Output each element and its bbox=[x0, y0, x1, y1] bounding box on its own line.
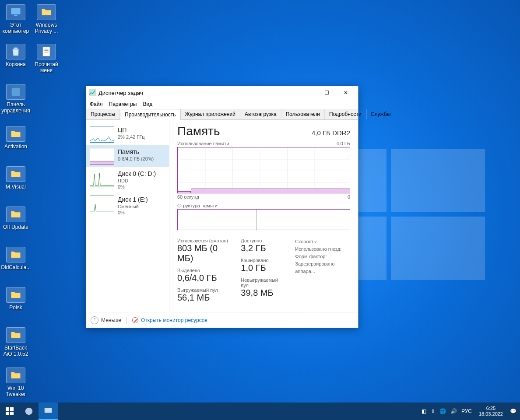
desktop-icon-win10tweaker[interactable]: Win 10 Tweaker bbox=[0, 368, 32, 397]
detail-speed: Скорость: bbox=[295, 238, 350, 245]
maximize-button[interactable]: ☐ bbox=[317, 86, 336, 99]
tab-apphistory[interactable]: Журнал приложений bbox=[181, 109, 240, 119]
rmon-label: Открыть монитор ресурсов bbox=[141, 317, 207, 323]
sidebar-disk1-sub1: Сменный bbox=[118, 203, 148, 210]
content-area: ЦП 2% 2,42 ГГц Память 0,8/4,0 ГБ (20%) bbox=[86, 120, 358, 312]
sidebar-disk0-sub2: 0% bbox=[118, 184, 156, 190]
stat-committed-value: 0,6/4,0 ГБ bbox=[177, 273, 230, 283]
axis-left: 60 секунд bbox=[177, 194, 199, 200]
svg-point-14 bbox=[25, 408, 33, 415]
stat-avail-label: Доступно bbox=[241, 238, 285, 243]
sidebar-item-disk0[interactable]: Диск 0 (C: D:) HDD 0% bbox=[86, 167, 169, 193]
text-file-icon bbox=[37, 44, 56, 60]
window-footer: ˄ Меньше Открыть монитор ресурсов bbox=[86, 312, 358, 328]
open-resource-monitor-link[interactable]: Открыть монитор ресурсов bbox=[132, 317, 207, 323]
axis-right: 0 bbox=[348, 194, 350, 200]
stat-cached-value: 1,0 ГБ bbox=[241, 263, 285, 273]
sidebar-memory-title: Память bbox=[118, 148, 154, 156]
cpu-thumb bbox=[90, 126, 114, 143]
desktop-icon-offupdate[interactable]: Off Update bbox=[0, 206, 32, 230]
taskbar-app-taskmgr[interactable] bbox=[39, 402, 58, 420]
sidebar-item-cpu[interactable]: ЦП 2% 2,42 ГГц bbox=[86, 123, 169, 145]
usage-label: Использование памяти bbox=[177, 141, 229, 146]
stat-paged-value: 56,1 МБ bbox=[177, 293, 230, 303]
svg-rect-1 bbox=[14, 15, 18, 16]
minimize-button[interactable]: — bbox=[298, 86, 317, 99]
svg-rect-2 bbox=[12, 88, 20, 96]
desktop-icon-readme[interactable]: Прочитай меня bbox=[31, 44, 62, 74]
desktop-icon-activation[interactable]: Activation bbox=[0, 126, 32, 150]
svg-rect-10 bbox=[6, 407, 9, 411]
stat-used-value: 803 МБ (0 МБ) bbox=[177, 243, 230, 263]
svg-rect-13 bbox=[10, 412, 14, 415]
tab-details[interactable]: Подробности bbox=[325, 109, 366, 119]
menu-view[interactable]: Вид bbox=[143, 101, 152, 107]
detail-reserved: Зарезервировано аппара... bbox=[295, 260, 350, 275]
folder-icon bbox=[6, 166, 25, 182]
sidebar-item-memory[interactable]: Память 0,8/4,0 ГБ (20%) bbox=[86, 145, 169, 167]
svg-rect-15 bbox=[45, 408, 52, 413]
tab-startup[interactable]: Автозагрузка bbox=[240, 109, 281, 119]
disk1-thumb bbox=[90, 196, 114, 212]
tray-language[interactable]: РУС bbox=[461, 408, 472, 414]
taskbar-app-1[interactable] bbox=[19, 402, 39, 420]
icon-label: Корзина bbox=[0, 61, 32, 67]
desktop-icon-mvisual[interactable]: M.Visual bbox=[0, 166, 32, 190]
stat-cached-label: Кэшировано bbox=[241, 258, 285, 263]
folder-icon bbox=[6, 206, 25, 222]
desktop-icon-this-pc[interactable]: Этот компьютер bbox=[0, 4, 32, 34]
memory-heading: Память bbox=[177, 124, 220, 138]
sidebar-disk1-title: Диск 1 (E:) bbox=[118, 196, 148, 203]
memory-total: 4,0 ГБ DDR2 bbox=[312, 129, 350, 136]
desktop-icon-startback[interactable]: StartBack AiO 1.0.52 bbox=[0, 327, 32, 357]
icon-label: Прочитай меня bbox=[31, 61, 62, 74]
folder-icon bbox=[6, 247, 25, 262]
sidebar-cpu-title: ЦП bbox=[118, 126, 145, 134]
desktop-icon-control-panel[interactable]: Панель управления bbox=[0, 84, 32, 114]
desktop-icon-oldcalc[interactable]: OldCalcula... bbox=[0, 247, 32, 270]
performance-sidebar: ЦП 2% 2,42 ГГц Память 0,8/4,0 ГБ (20%) bbox=[86, 120, 169, 312]
resource-monitor-icon bbox=[132, 317, 138, 323]
menu-file[interactable]: Файл bbox=[90, 101, 103, 107]
taskbar-clock[interactable]: 6:25 18.03.2022 bbox=[476, 406, 506, 417]
tab-users[interactable]: Пользователи bbox=[281, 109, 325, 119]
sidebar-item-disk1[interactable]: Диск 1 (E:) Сменный 0% bbox=[86, 193, 169, 219]
icon-label: M.Visual bbox=[0, 184, 32, 190]
desktop-icon-poisk[interactable]: Poisk bbox=[0, 287, 32, 311]
tray-notifications-icon[interactable]: 💬 bbox=[510, 408, 516, 414]
icon-label: Poisk bbox=[0, 304, 32, 311]
start-button[interactable] bbox=[0, 402, 19, 420]
sidebar-disk0-sub1: HDD bbox=[118, 178, 156, 184]
memory-usage-chart bbox=[177, 147, 350, 193]
fewer-details-button[interactable]: ˄ Меньше bbox=[91, 316, 121, 324]
tray-network-icon[interactable]: 🌐 bbox=[439, 408, 446, 414]
svg-rect-0 bbox=[11, 8, 21, 14]
titlebar[interactable]: Диспетчер задач — ☐ ✕ bbox=[86, 86, 358, 99]
clock-date: 18.03.2022 bbox=[479, 411, 503, 417]
sidebar-memory-sub: 0,8/4,0 ГБ (20%) bbox=[118, 156, 154, 162]
usage-max: 4,0 ГБ bbox=[336, 141, 350, 146]
desktop-icon-winprivacy[interactable]: Windows Privacy ... bbox=[31, 4, 62, 34]
desktop-icon-recycle-bin[interactable]: Корзина bbox=[0, 44, 32, 67]
fewer-label: Меньше bbox=[101, 317, 121, 323]
tray-volume-icon[interactable]: 🔊 bbox=[450, 408, 457, 414]
icon-label: Этот компьютер bbox=[0, 22, 32, 34]
tray-usb-icon[interactable]: ⇪ bbox=[431, 408, 435, 414]
svg-rect-8 bbox=[90, 162, 114, 164]
detail-form: Форм-фактор: bbox=[295, 253, 350, 260]
svg-rect-7 bbox=[89, 89, 96, 96]
tab-performance[interactable]: Производительность bbox=[120, 109, 180, 120]
detail-slots: Использовано гнезд: bbox=[295, 245, 350, 253]
close-button[interactable]: ✕ bbox=[336, 86, 355, 99]
tray-icon-1[interactable]: ◧ bbox=[422, 408, 426, 414]
tab-processes[interactable]: Процессы bbox=[86, 109, 120, 119]
menu-options[interactable]: Параметры bbox=[109, 101, 137, 107]
system-tray: ◧ ⇪ 🌐 🔊 РУС 6:25 18.03.2022 💬 bbox=[418, 406, 520, 417]
stat-paged-label: Выгружаемый пул bbox=[177, 287, 230, 293]
icon-label: Activation bbox=[0, 144, 32, 150]
sidebar-disk0-title: Диск 0 (C: D:) bbox=[118, 170, 156, 178]
tab-services[interactable]: Службы bbox=[366, 109, 395, 119]
window-controls: — ☐ ✕ bbox=[298, 86, 355, 99]
memory-thumb bbox=[90, 148, 114, 164]
stat-nonpaged-label: Невыгружаемый пул bbox=[241, 277, 285, 288]
